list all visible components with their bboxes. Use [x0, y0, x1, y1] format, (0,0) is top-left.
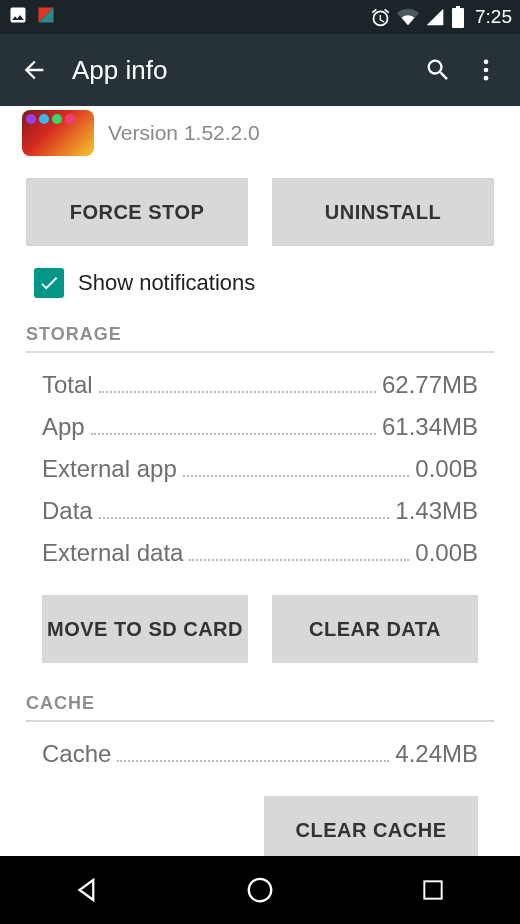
kv-label: Cache	[42, 740, 111, 768]
divider	[26, 351, 494, 353]
uninstall-button[interactable]: UNINSTALL	[272, 178, 494, 246]
svg-rect-4	[425, 881, 442, 898]
kv-label: External data	[42, 539, 183, 567]
signal-icon	[425, 7, 445, 27]
alarm-icon	[370, 7, 391, 28]
svg-point-2	[484, 76, 489, 81]
kv-value: 4.24MB	[395, 740, 478, 768]
app-icon	[22, 110, 94, 156]
kv-value: 62.77MB	[382, 371, 478, 399]
kv-value: 0.00B	[415, 455, 478, 483]
nav-back-button[interactable]	[67, 870, 107, 910]
cache-row: Cache 4.24MB	[0, 736, 520, 778]
storage-header: STORAGE	[0, 320, 520, 351]
status-bar: 7:25	[0, 0, 520, 34]
app-header: Version 1.52.2.0	[0, 106, 520, 166]
kv-value: 0.00B	[415, 539, 478, 567]
move-to-sd-button[interactable]: MOVE TO SD CARD	[42, 595, 248, 663]
kv-value: 1.43MB	[395, 497, 478, 525]
search-button[interactable]	[414, 46, 462, 94]
divider	[26, 720, 494, 722]
kv-label: App	[42, 413, 85, 441]
svg-point-1	[484, 68, 489, 73]
wifi-icon	[397, 6, 419, 28]
overflow-menu-button[interactable]	[462, 46, 510, 94]
kv-label: Data	[42, 497, 93, 525]
svg-point-3	[249, 879, 272, 902]
storage-external-data-row: External data 0.00B	[0, 535, 520, 577]
clear-cache-button[interactable]: CLEAR CACHE	[264, 796, 478, 864]
checkbox-icon[interactable]	[34, 268, 64, 298]
navigation-bar	[0, 856, 520, 924]
storage-external-app-row: External app 0.00B	[0, 451, 520, 493]
clock-text: 7:25	[475, 6, 512, 28]
back-button[interactable]	[10, 46, 58, 94]
storage-data-row: Data 1.43MB	[0, 493, 520, 535]
battery-icon	[451, 6, 465, 28]
kv-label: Total	[42, 371, 93, 399]
kaspersky-icon	[36, 5, 56, 30]
storage-app-row: App 61.34MB	[0, 409, 520, 451]
show-notifications-row[interactable]: Show notifications	[0, 264, 520, 320]
kv-value: 61.34MB	[382, 413, 478, 441]
kv-label: External app	[42, 455, 177, 483]
nav-recent-button[interactable]	[413, 870, 453, 910]
nav-home-button[interactable]	[240, 870, 280, 910]
svg-point-0	[484, 60, 489, 65]
force-stop-button[interactable]: FORCE STOP	[26, 178, 248, 246]
page-title: App info	[72, 55, 414, 86]
storage-total-row: Total 62.77MB	[0, 367, 520, 409]
cache-header: CACHE	[0, 689, 520, 720]
app-bar: App info	[0, 34, 520, 106]
app-version: Version 1.52.2.0	[108, 121, 260, 145]
clear-data-button[interactable]: CLEAR DATA	[272, 595, 478, 663]
show-notifications-label: Show notifications	[78, 270, 255, 296]
picture-icon	[8, 5, 28, 30]
